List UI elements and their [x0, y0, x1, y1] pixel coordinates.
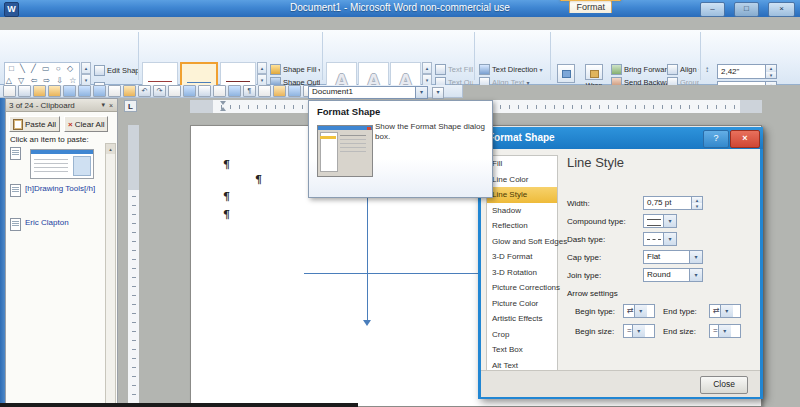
cap-type-label: Cap type:: [567, 253, 601, 262]
sidebar-item-3d-format[interactable]: 3-D Format: [487, 249, 557, 265]
minimize-button[interactable]: –: [700, 2, 725, 17]
document-combo[interactable]: Document1 ▾: [308, 86, 428, 99]
wordart-scroll-up-icon[interactable]: ▴: [422, 62, 432, 74]
insert-sheet-icon[interactable]: [288, 85, 301, 97]
clipboard-item-1[interactable]: [10, 147, 21, 160]
save-as-icon[interactable]: [78, 85, 91, 97]
zoom-icon[interactable]: [258, 85, 271, 97]
spin-down-icon[interactable]: ▾: [766, 72, 776, 79]
clipboard-item-2[interactable]: [h]Drawing Tools[/h]: [10, 184, 95, 197]
addin-toolbar: ↶ ↷ ¶ Document1 ▾ ▾: [0, 85, 463, 98]
maximize-button[interactable]: □: [734, 2, 759, 17]
dropdown-icon[interactable]: ▾: [689, 251, 702, 263]
width-spinbox[interactable]: 0,75 pt ▴ ▾: [643, 196, 703, 210]
arrow-shape-vertical-line[interactable]: [367, 198, 368, 321]
sidebar-item-line-style[interactable]: Line Style: [487, 187, 557, 203]
print-icon[interactable]: [93, 85, 106, 97]
document-map-icon[interactable]: [228, 85, 241, 97]
group-separator: [550, 32, 551, 80]
style-scroll-up-icon[interactable]: ▴: [257, 62, 267, 74]
gallery-scroll-up-icon[interactable]: ▴: [81, 62, 91, 74]
tab-selector[interactable]: L: [124, 100, 137, 112]
drawing-icon[interactable]: [213, 85, 226, 97]
width-value-spinner[interactable]: ▴ ▾: [691, 197, 702, 209]
scroll-up-icon[interactable]: ▴: [106, 144, 115, 154]
dash-line-icon: [647, 239, 661, 240]
undo-icon[interactable]: ↶: [138, 85, 151, 97]
dropdown-icon[interactable]: ▾: [720, 305, 733, 317]
close-button[interactable]: ×: [768, 2, 795, 17]
vertical-ruler[interactable]: [128, 125, 139, 407]
hyperlink-icon[interactable]: [168, 85, 181, 97]
sidebar-item-shadow[interactable]: Shadow: [487, 203, 557, 219]
dialog-sidebar: Fill Line Color Line Style Shadow Reflec…: [486, 155, 558, 374]
columns-icon[interactable]: [198, 85, 211, 97]
text-fill-button[interactable]: Text Fill ▾: [435, 64, 473, 75]
tab-format[interactable]: Drawing Tools Format: [569, 0, 612, 13]
arrow-type-icon: ⇄: [710, 305, 720, 317]
end-type-dropdown[interactable]: ⇄ ▾: [709, 304, 741, 318]
toolbar-options-icon[interactable]: ▾: [432, 87, 444, 99]
begin-size-dropdown[interactable]: = ▾: [623, 324, 655, 338]
sidebar-item-glow[interactable]: Glow and Soft Edges: [487, 234, 557, 250]
cap-type-combo[interactable]: Flat ▾: [643, 250, 703, 264]
text-direction-button[interactable]: Text Direction ▾: [479, 64, 549, 75]
chevron-down-icon: ▾: [539, 66, 542, 73]
pane-close-icon[interactable]: ×: [107, 102, 115, 109]
clipboard-item-3[interactable]: Eric Clapton: [10, 218, 69, 231]
paste-all-button[interactable]: Paste All: [9, 116, 60, 132]
spin-down-icon[interactable]: ▾: [692, 203, 702, 209]
sidebar-item-picture-color[interactable]: Picture Color: [487, 296, 557, 312]
indent-marker[interactable]: [220, 101, 227, 111]
dropdown-icon[interactable]: ▾: [718, 325, 731, 337]
shape-fill-button[interactable]: Shape Fill ▾: [270, 64, 320, 75]
edit-shape-button[interactable]: Edit Shape ▾: [94, 65, 138, 76]
shape-height-field[interactable]: 2,42" ▴ ▾: [717, 64, 777, 79]
align-button[interactable]: Align ▾: [667, 64, 699, 75]
dropdown-icon[interactable]: ▾: [689, 269, 702, 281]
sidebar-item-fill[interactable]: Fill: [487, 156, 557, 172]
table-icon[interactable]: [183, 85, 196, 97]
bring-forward-button[interactable]: Bring Forward ▾: [611, 64, 673, 75]
arrow-type-icon: ⇄: [624, 305, 634, 317]
sidebar-item-line-color[interactable]: Line Color: [487, 172, 557, 188]
open-icon[interactable]: [33, 85, 46, 97]
mail-icon[interactable]: [48, 85, 61, 97]
new-document-icon[interactable]: [18, 85, 31, 97]
sidebar-item-artistic-effects[interactable]: Artistic Effects: [487, 311, 557, 327]
shape-icons-row1[interactable]: □ ╲ ╱ ▭ ○ ◇: [5, 63, 79, 75]
sidebar-item-crop[interactable]: Crop: [487, 327, 557, 343]
sidebar-item-text-box[interactable]: Text Box: [487, 342, 557, 358]
close-dialog-button[interactable]: Close: [700, 376, 748, 394]
redo-icon[interactable]: ↷: [153, 85, 166, 97]
format-shape-tooltip: Format Shape Show the Format Shape dialo…: [308, 100, 493, 198]
join-type-combo[interactable]: Round ▾: [643, 268, 703, 282]
sidebar-item-picture-corrections[interactable]: Picture Corrections: [487, 280, 557, 296]
horizontal-line-shape[interactable]: [304, 273, 479, 274]
height-spinner[interactable]: ▴ ▾: [765, 65, 776, 78]
dropdown-icon[interactable]: ▾: [634, 305, 647, 317]
clipboard-item-thumbnail[interactable]: [30, 149, 94, 179]
pane-scrollbar[interactable]: ▴: [105, 143, 116, 405]
dropdown-icon[interactable]: ▾: [632, 325, 645, 337]
dropdown-icon[interactable]: ▾: [663, 233, 676, 245]
save-icon[interactable]: [63, 85, 76, 97]
web-preview-icon[interactable]: [3, 85, 16, 97]
dialog-help-button[interactable]: ?: [703, 130, 729, 148]
sidebar-item-reflection[interactable]: Reflection: [487, 218, 557, 234]
dropdown-icon[interactable]: ▾: [663, 215, 676, 227]
dialog-close-button[interactable]: ×: [730, 130, 760, 148]
show-hide-marks-icon[interactable]: ¶: [243, 85, 256, 97]
sidebar-item-3d-rotation[interactable]: 3-D Rotation: [487, 265, 557, 281]
compound-type-dropdown[interactable]: ▾: [643, 214, 677, 228]
clear-all-button[interactable]: × Clear All: [64, 116, 108, 132]
spelling-icon[interactable]: [123, 85, 136, 97]
end-size-dropdown[interactable]: = ▾: [709, 324, 741, 338]
print-preview-icon[interactable]: [108, 85, 121, 97]
pane-menu-icon[interactable]: ▾: [99, 101, 107, 109]
begin-type-dropdown[interactable]: ⇄ ▾: [623, 304, 655, 318]
help-icon[interactable]: [273, 85, 286, 97]
dash-type-dropdown[interactable]: ▾: [643, 232, 677, 246]
combo-dropdown-icon[interactable]: ▾: [415, 87, 427, 98]
word-document-icon: [10, 184, 21, 197]
